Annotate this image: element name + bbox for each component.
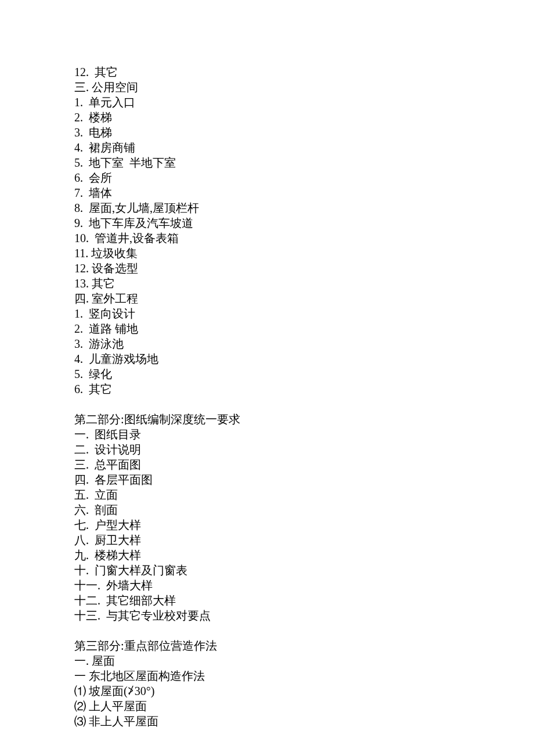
list-item: 5. 绿化 bbox=[74, 366, 534, 381]
list-item: 8. 屋面,女儿墙,屋顶栏杆 bbox=[74, 200, 534, 215]
list-item: 3. 游泳池 bbox=[74, 336, 534, 351]
list-item: 七. 户型大样 bbox=[74, 517, 534, 532]
section-title: 第二部分:图纸编制深度统一要求 bbox=[74, 412, 534, 427]
list-item: 四. 室外工程 bbox=[74, 291, 534, 306]
section-title: 第三部分:重点部位营造作法 bbox=[74, 638, 534, 653]
list-item: 5. 地下室 半地下室 bbox=[74, 155, 534, 170]
document-page: 12. 其它 三. 公用空间 1. 单元入口 2. 楼梯 3. 电梯 4. 裙房… bbox=[0, 0, 534, 729]
list-item: 一 东北地区屋面构造作法 bbox=[74, 668, 534, 683]
list-item: 7. 墙体 bbox=[74, 185, 534, 200]
blank-line bbox=[74, 397, 534, 412]
list-item: 9. 地下车库及汽车坡道 bbox=[74, 215, 534, 231]
list-item: 四. 各层平面图 bbox=[74, 472, 534, 487]
list-item: 一. 图纸目录 bbox=[74, 427, 534, 442]
list-item: 12. 其它 bbox=[74, 64, 534, 80]
list-item: 五. 立面 bbox=[74, 487, 534, 502]
list-item: 12. 设备选型 bbox=[74, 261, 534, 276]
list-item: 八. 厨卫大样 bbox=[74, 532, 534, 548]
list-item: 13. 其它 bbox=[74, 276, 534, 291]
list-item: 三. 公用空间 bbox=[74, 80, 534, 95]
list-item: ⑴ 坡屋面(≯30°) bbox=[74, 683, 534, 699]
list-item: 6. 其它 bbox=[74, 381, 534, 397]
list-item: 九. 楼梯大样 bbox=[74, 548, 534, 563]
list-item: 二. 设计说明 bbox=[74, 442, 534, 457]
list-item: 十一. 外墙大样 bbox=[74, 578, 534, 593]
list-item: 十. 门窗大样及门窗表 bbox=[74, 563, 534, 578]
list-item: 4. 裙房商铺 bbox=[74, 140, 534, 155]
list-item: ⑵ 上人平屋面 bbox=[74, 699, 534, 714]
list-item: 十二. 其它细部大样 bbox=[74, 593, 534, 608]
list-item: 1. 单元入口 bbox=[74, 95, 534, 110]
list-item: 一. 屋面 bbox=[74, 653, 534, 668]
blank-line bbox=[74, 623, 534, 638]
list-item: 3. 电梯 bbox=[74, 125, 534, 140]
list-item: 2. 楼梯 bbox=[74, 110, 534, 125]
list-item: 1. 竖向设计 bbox=[74, 306, 534, 321]
list-item: 三. 总平面图 bbox=[74, 457, 534, 472]
list-item: ⑶ 非上人平屋面 bbox=[74, 714, 534, 729]
list-item: 十三. 与其它专业校对要点 bbox=[74, 608, 534, 623]
list-item: 11. 垃圾收集 bbox=[74, 246, 534, 261]
list-item: 10. 管道井,设备表箱 bbox=[74, 231, 534, 246]
list-item: 4. 儿童游戏场地 bbox=[74, 351, 534, 366]
list-item: 六. 剖面 bbox=[74, 502, 534, 517]
list-item: 6. 会所 bbox=[74, 170, 534, 185]
list-item: 2. 道路 铺地 bbox=[74, 321, 534, 336]
